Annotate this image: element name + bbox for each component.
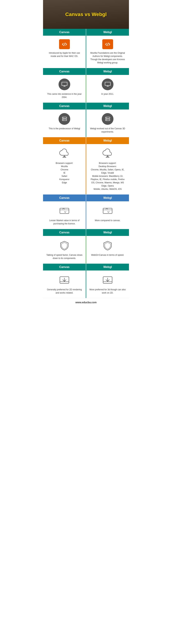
server-icon <box>58 113 70 125</box>
content-right-browsers: Browsers support:Desktop Browsers:Chrome… <box>86 144 129 194</box>
header-banner: Canvas vs Webgl <box>43 0 129 29</box>
section-header-intro: Canvas Webgl <box>43 29 129 36</box>
section-header-left-rendering: Canvas <box>43 264 86 270</box>
text-left-market: Lesser Market value in terms of purchasi… <box>46 219 83 225</box>
code-icon <box>102 39 113 49</box>
cloud-icon <box>58 148 70 160</box>
section-header-right-rendering: Webgl <box>86 264 129 270</box>
svg-rect-2 <box>62 82 67 86</box>
code-icon <box>59 39 70 49</box>
section-header-left-year: Canvas <box>43 68 86 75</box>
content-right-year: In year 2011. <box>86 75 129 102</box>
content-row-predecessor: This is the predecessor of Webgl Webgl e… <box>43 110 129 137</box>
section-header-browsers: Canvas Webgl <box>43 137 129 144</box>
section-header-right-market: Webgl <box>86 194 129 201</box>
text-right-browsers: Browsers support:Desktop Browsers:Chrome… <box>89 162 126 191</box>
text-right-intro: Mozilla Foundations are the Original Aut… <box>89 51 126 64</box>
svg-point-15 <box>106 120 106 120</box>
svg-point-14 <box>106 118 106 118</box>
shield-icon <box>102 240 114 251</box>
content-left-intro: Introduced by Apple for their use inside… <box>43 36 86 68</box>
text-right-year: In year 2011. <box>89 92 126 96</box>
section-header-right-browsers: Webgl <box>86 137 129 144</box>
footer-url: www.educba.com <box>76 301 97 304</box>
text-right-market: More compared to canvas. <box>89 219 126 222</box>
monitor-icon <box>58 78 70 90</box>
transfer-icon <box>58 205 70 217</box>
text-left-rendering: Generally preferred for 2D rendering and… <box>46 288 83 294</box>
svg-line-1 <box>107 43 108 46</box>
content-right-rendering: More preferred for 3d though can also wo… <box>86 270 129 298</box>
text-left-browsers: Browsers support:MozillaChromeIESafariKo… <box>46 162 83 184</box>
download-icon <box>58 274 70 286</box>
content-right-intro: Mozilla Foundations are the Original Aut… <box>86 36 129 68</box>
server-icon <box>102 113 114 125</box>
footer: www.educba.com <box>43 298 129 306</box>
transfer-icon <box>102 205 114 217</box>
shield-icon <box>58 240 70 251</box>
content-right-speed: WebGl>Canvas in terms of speed. <box>86 236 129 264</box>
text-right-rendering: More preferred for 3d though can also wo… <box>89 288 126 294</box>
section-header-left-market: Canvas <box>43 194 86 201</box>
text-left-year: This came into existence in the year 200… <box>46 92 83 99</box>
content-left-market: Lesser Market value in terms of purchasi… <box>43 201 86 229</box>
content-row-year: This came into existence in the year 200… <box>43 75 129 103</box>
content-row-browsers: Browsers support:MozillaChromeIESafariKo… <box>43 144 129 194</box>
content-right-market: More compared to canvas. <box>86 201 129 229</box>
svg-rect-5 <box>105 82 110 86</box>
section-header-right-predecessor: Webgl <box>86 103 129 110</box>
content-right-predecessor: Webgl evolved out of the Canvas 3D exper… <box>86 110 129 137</box>
section-header-market: Canvas Webgl <box>43 194 129 201</box>
section-header-predecessor: Canvas Webgl <box>43 103 129 110</box>
page-title: Canvas vs Webgl <box>66 12 107 17</box>
text-right-speed: WebGl>Canvas in terms of speed. <box>89 254 126 257</box>
text-right-predecessor: Webgl evolved out of the Canvas 3D exper… <box>89 127 126 134</box>
section-header-left-intro: Canvas <box>43 29 86 36</box>
content-left-year: This came into existence in the year 200… <box>43 75 86 102</box>
content-row-market: Lesser Market value in terms of purchasi… <box>43 201 129 229</box>
section-header-rendering: Canvas Webgl <box>43 264 129 270</box>
section-header-left-predecessor: Canvas <box>43 103 86 110</box>
monitor-icon <box>102 78 114 90</box>
content-row-rendering: Generally preferred for 2D rendering and… <box>43 270 129 298</box>
svg-point-10 <box>63 118 64 118</box>
cloud-icon <box>102 148 114 160</box>
section-header-right-year: Webgl <box>86 68 129 75</box>
section-header-year: Canvas Webgl <box>43 68 129 75</box>
content-left-browsers: Browsers support:MozillaChromeIESafariKo… <box>43 144 86 194</box>
content-left-speed: Talking of speed factor, Canvas slows do… <box>43 236 86 264</box>
section-header-left-speed: Canvas <box>43 229 86 236</box>
download-icon <box>102 274 114 286</box>
section-header-speed: Canvas Webgl <box>43 229 129 236</box>
content-left-rendering: Generally preferred for 2D rendering and… <box>43 270 86 298</box>
section-header-right-speed: Webgl <box>86 229 129 236</box>
svg-point-11 <box>63 120 64 120</box>
content-row-intro: Introduced by Apple for their use inside… <box>43 36 129 68</box>
text-left-speed: Talking of speed factor, Canvas slows do… <box>46 254 83 260</box>
content-left-predecessor: This is the predecessor of Webgl <box>43 110 86 137</box>
svg-line-0 <box>64 43 65 46</box>
text-left-predecessor: This is the predecessor of Webgl <box>46 127 83 130</box>
text-left-intro: Introduced by Apple for their use inside… <box>46 51 83 58</box>
section-header-right-intro: Webgl <box>86 29 129 36</box>
content-row-speed: Talking of speed factor, Canvas slows do… <box>43 236 129 264</box>
section-header-left-browsers: Canvas <box>43 137 86 144</box>
